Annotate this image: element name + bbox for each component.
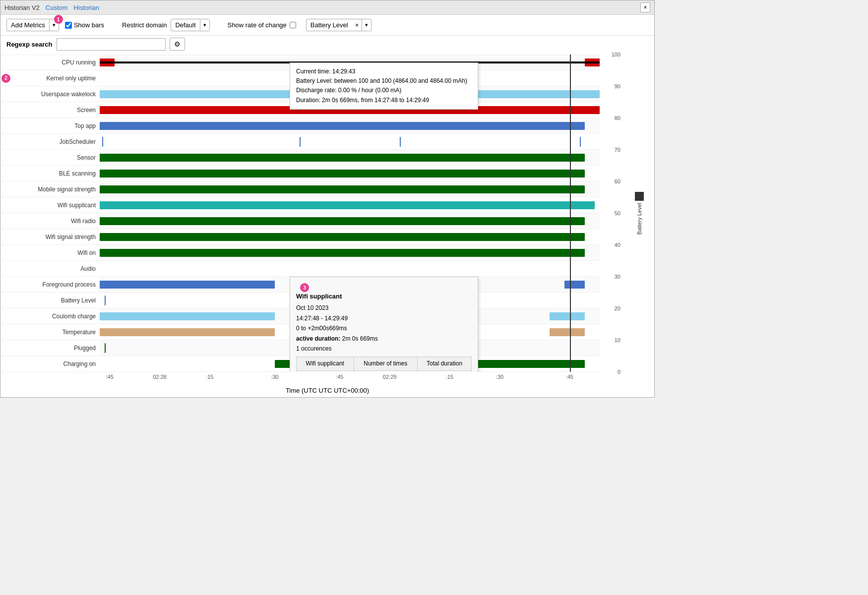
bar-5	[102, 137, 103, 147]
regexp-row: Regexp search ⚙	[0, 36, 654, 55]
restrict-domain-select[interactable]: Default ▾	[171, 19, 209, 31]
right-tick: 80	[615, 115, 620, 121]
settings-button[interactable]: ⚙	[170, 38, 185, 51]
tooltip-bottom-occurrences: 1 occurences	[296, 344, 472, 354]
y-label-8: Mobile signal strength	[0, 181, 100, 197]
battery-legend-icon	[635, 192, 644, 201]
restrict-domain-label: Restrict domain	[122, 21, 167, 29]
add-metrics-badge: 1	[54, 15, 63, 24]
x-axis-area: :4502:28:15:30:4502:29:15:30:45	[0, 372, 654, 386]
y-label-0: CPU running	[0, 55, 100, 70]
tooltip-top-line2: Battery Level: between 100 and 100 (4864…	[296, 76, 472, 86]
y-label-1: 2Kernel only uptime	[0, 70, 100, 86]
y-label-10: Wifi radio	[0, 213, 100, 229]
y-axis-labels: CPU running2Kernel only uptimeUserspace …	[0, 55, 100, 372]
x-tick: :15	[446, 374, 453, 380]
regexp-input[interactable]	[57, 38, 166, 51]
bar-12	[100, 249, 585, 257]
right-axis: 1009080706050403020100	[600, 55, 624, 372]
bar-5	[300, 137, 301, 147]
chart-row-9	[100, 197, 600, 213]
y-label-11: Wifi signal strength	[0, 229, 100, 245]
chart-row-6	[100, 150, 600, 166]
show-rate-toggle: Show rate of change	[228, 21, 296, 29]
x-axis-right-spacer	[600, 372, 654, 386]
tooltip-top-line4: Duration: 2m 0s 669ms, from 14:27:48 to …	[296, 96, 472, 105]
chart-content: Current time: 14:29:43 Battery Level: be…	[100, 55, 600, 372]
x-tick: :45	[566, 374, 573, 380]
time-cursor	[570, 55, 571, 372]
y-label-18: Plugged	[0, 340, 100, 356]
tooltip-bottom-line2: 14:27:48 - 14:29:49	[296, 313, 472, 323]
bar-16	[100, 312, 275, 320]
tooltip-bottom-active: active duration: 2m 0s 669ms	[296, 334, 472, 344]
show-bars-label: Show bars	[74, 21, 104, 29]
bar-8	[100, 185, 585, 193]
right-tick: 50	[615, 210, 620, 216]
y-label-17: Temperature	[0, 324, 100, 340]
bar-17	[100, 328, 275, 336]
battery-level-tag: Battery Level × ▾	[306, 19, 372, 31]
tooltip-bottom-title: Wifi supplicant	[296, 291, 472, 302]
bar-14	[564, 281, 584, 289]
x-tick: :15	[206, 374, 213, 380]
chart-row-5	[100, 134, 600, 150]
tooltip-top: Current time: 14:29:43 Battery Level: be…	[290, 62, 478, 110]
add-metrics-wrap: Add Metrics ▾ 1	[6, 19, 59, 31]
show-bars-toggle: Show bars	[65, 21, 104, 29]
right-tick: 0	[618, 369, 620, 375]
tooltip-bottom-active-value: 2m 0s 669ms	[342, 335, 378, 342]
tab-historian[interactable]: Historian	[74, 4, 99, 11]
main-window: Historian V2 Custom Historian × Add Metr…	[0, 0, 655, 398]
restrict-domain-arrow[interactable]: ▾	[200, 20, 209, 30]
right-tick: 20	[615, 305, 620, 311]
toolbar: Add Metrics ▾ 1 Show bars Restrict domai…	[0, 15, 654, 36]
battery-level-arrow[interactable]: ▾	[362, 20, 371, 30]
battery-level-remove[interactable]: ×	[352, 19, 363, 31]
chart-row-13	[100, 261, 600, 277]
title-bar: Historian V2 Custom Historian ×	[0, 0, 654, 15]
tooltip-bottom-line3: 0 to +2m00s669ms	[296, 323, 472, 333]
y-label-4: Top app	[0, 118, 100, 134]
x-tick: :30	[271, 374, 278, 380]
bar-9	[100, 201, 595, 209]
close-button[interactable]: ×	[640, 2, 650, 12]
tooltip-top-line1: Current time: 14:29:43	[296, 67, 472, 76]
y-label-6: Sensor	[0, 150, 100, 166]
right-tick: 60	[615, 178, 620, 184]
right-tick: 40	[615, 242, 620, 248]
tooltip-top-line3: Discharge rate: 0.00 % / hour (0.00 mA)	[296, 86, 472, 95]
x-tick: :45	[336, 374, 343, 380]
y-label-9: Wifi supplicant	[0, 197, 100, 213]
tooltip-table: Wifi supplicantNumber of timesTotal dura…	[296, 357, 472, 372]
battery-legend-text: Battery Level	[636, 203, 642, 235]
chart-row-10	[100, 213, 600, 229]
battery-legend-area: Battery Level	[624, 55, 654, 372]
show-bars-checkbox[interactable]	[65, 22, 72, 29]
chart-area: CPU running2Kernel only uptimeUserspace …	[0, 55, 654, 372]
chart-row-4	[100, 118, 600, 134]
x-tick: 02:28	[153, 374, 167, 380]
restrict-domain-control: Restrict domain Default ▾	[122, 19, 210, 31]
bar-5	[580, 137, 581, 147]
chart-row-11	[100, 229, 600, 245]
tab-custom[interactable]: Custom	[46, 4, 68, 11]
chart-row-12	[100, 245, 600, 261]
x-axis-spacer	[0, 372, 100, 386]
badge-1: 2	[1, 74, 10, 83]
window-title: Historian V2	[4, 4, 40, 11]
x-axis: :4502:28:15:30:4502:29:15:30:45	[100, 372, 600, 386]
right-tick: 30	[615, 274, 620, 280]
bar-15	[105, 296, 106, 305]
right-tick: 10	[615, 337, 620, 343]
bar-6	[100, 154, 585, 162]
x-axis-title: Time (UTC UTC UTC+00:00)	[0, 386, 654, 397]
bar-16	[550, 312, 585, 320]
add-metrics-button[interactable]: Add Metrics	[6, 19, 50, 31]
tooltip-bottom-line1: Oct 10 2023	[296, 303, 472, 313]
restrict-domain-value: Default	[171, 19, 199, 31]
y-label-3: Screen	[0, 102, 100, 118]
show-rate-checkbox[interactable]	[290, 22, 296, 28]
bar-11	[100, 233, 585, 241]
x-tick: 02:29	[383, 374, 397, 380]
